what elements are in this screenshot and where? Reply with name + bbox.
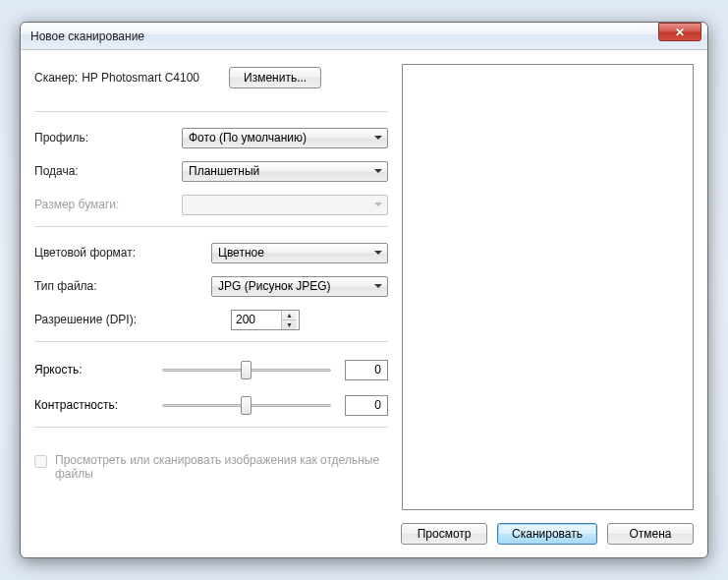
resolution-row: Разрешение (DPI): ▲ ▼: [34, 306, 388, 333]
separate-files-label: Просмотреть или сканировать изображения …: [55, 453, 388, 481]
dialog-footer: Просмотр Сканировать Отмена: [21, 510, 707, 557]
scanner-name: HP Photosmart C4100: [82, 71, 199, 85]
scanner-label: Сканер:: [34, 71, 78, 85]
brightness-input[interactable]: [345, 360, 388, 380]
divider: [34, 226, 388, 227]
paper-size-label: Размер бумаги:: [34, 198, 182, 211]
change-scanner-button[interactable]: Изменить...: [229, 67, 321, 88]
contrast-slider[interactable]: [162, 395, 331, 415]
paper-size-row: Размер бумаги:: [34, 191, 388, 218]
file-type-row: Тип файла: JPG (Рисунок JPEG): [34, 272, 388, 300]
source-combo[interactable]: Планшетный: [182, 161, 388, 182]
slider-thumb[interactable]: [241, 361, 252, 379]
close-button[interactable]: ✕: [658, 23, 701, 41]
source-value: Планшетный: [189, 164, 259, 178]
profile-label: Профиль:: [34, 131, 182, 145]
source-label: Подача:: [34, 164, 182, 178]
contrast-input[interactable]: [345, 395, 388, 416]
color-format-combo[interactable]: Цветное: [211, 243, 388, 263]
scanner-row: Сканер: HP Photosmart C4100 Изменить...: [34, 64, 388, 91]
divider: [34, 341, 388, 342]
resolution-spinner[interactable]: ▲ ▼: [231, 310, 300, 330]
divider: [34, 111, 388, 112]
spinner-up-button[interactable]: ▲: [282, 311, 297, 320]
spinner-down-button[interactable]: ▼: [282, 320, 297, 329]
contrast-row: Контрастность:: [34, 389, 388, 421]
preview-area: [402, 64, 694, 510]
slider-thumb[interactable]: [241, 396, 252, 415]
paper-size-combo: [182, 195, 388, 215]
chevron-down-icon: [374, 169, 382, 173]
file-type-label: Тип файла:: [34, 279, 162, 293]
chevron-down-icon: [374, 136, 382, 140]
chevron-down-icon: [374, 203, 382, 206]
separate-files-checkbox: [34, 455, 47, 468]
contrast-label: Контрастность:: [34, 398, 162, 412]
dialog-body: Сканер: HP Photosmart C4100 Изменить... …: [21, 50, 707, 510]
brightness-slider[interactable]: [162, 360, 331, 379]
cancel-button[interactable]: Отмена: [607, 523, 694, 545]
file-type-value: JPG (Рисунок JPEG): [218, 279, 331, 293]
profile-row: Профиль: Фото (По умолчанию): [34, 124, 388, 151]
source-row: Подача: Планшетный: [34, 157, 388, 185]
divider: [34, 427, 388, 428]
chevron-down-icon: [374, 251, 382, 255]
color-format-row: Цветовой формат: Цветное: [34, 239, 388, 266]
titlebar: Новое сканирование ✕: [21, 23, 707, 50]
close-icon: ✕: [675, 26, 685, 39]
color-format-value: Цветное: [218, 246, 264, 260]
brightness-label: Яркость:: [34, 363, 162, 377]
spinner-buttons: ▲ ▼: [281, 311, 297, 329]
color-format-label: Цветовой формат:: [34, 246, 162, 260]
separate-files-row: Просмотреть или сканировать изображения …: [34, 453, 388, 481]
window-title: Новое сканирование: [30, 29, 701, 43]
scan-button[interactable]: Сканировать: [497, 523, 597, 545]
profile-combo[interactable]: Фото (По умолчанию): [182, 128, 388, 148]
brightness-row: Яркость:: [34, 354, 388, 385]
profile-value: Фото (По умолчанию): [189, 131, 307, 145]
settings-panel: Сканер: HP Photosmart C4100 Изменить... …: [34, 64, 388, 510]
chevron-down-icon: [374, 284, 382, 288]
resolution-label: Разрешение (DPI):: [34, 313, 182, 326]
dialog-window: Новое сканирование ✕ Сканер: HP Photosma…: [20, 22, 708, 558]
resolution-input[interactable]: [232, 311, 281, 329]
file-type-combo[interactable]: JPG (Рисунок JPEG): [211, 276, 388, 297]
preview-button[interactable]: Просмотр: [401, 523, 487, 545]
